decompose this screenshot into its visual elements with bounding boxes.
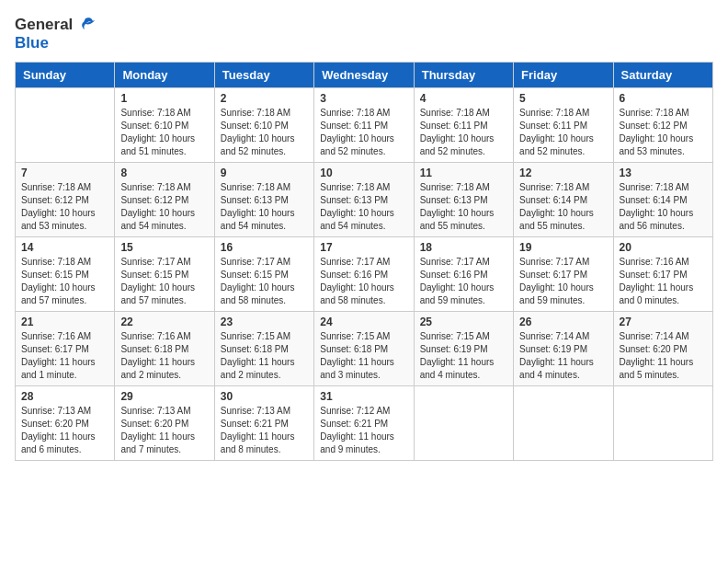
day-info: Sunrise: 7:16 AMSunset: 6:18 PMDaylight:… <box>120 331 195 380</box>
logo: General Blue <box>15 15 95 52</box>
day-number: 20 <box>620 241 707 254</box>
day-number: 26 <box>519 316 607 328</box>
calendar-cell: 26Sunrise: 7:14 AMSunset: 6:19 PMDayligh… <box>514 311 613 385</box>
day-number: 27 <box>620 316 707 328</box>
day-info: Sunrise: 7:18 AMSunset: 6:11 PMDaylight:… <box>320 108 394 156</box>
day-number: 5 <box>519 92 607 105</box>
day-number: 30 <box>221 390 308 403</box>
calendar-cell: 15Sunrise: 7:17 AMSunset: 6:15 PMDayligh… <box>115 236 214 311</box>
day-info: Sunrise: 7:18 AMSunset: 6:11 PMDaylight:… <box>519 108 594 156</box>
logo-blue: Blue <box>15 35 49 52</box>
day-number: 1 <box>120 92 208 105</box>
calendar-cell: 24Sunrise: 7:15 AMSunset: 6:18 PMDayligh… <box>314 311 414 385</box>
day-info: Sunrise: 7:17 AMSunset: 6:17 PMDaylight:… <box>519 257 594 305</box>
calendar-cell: 9Sunrise: 7:18 AMSunset: 6:13 PMDaylight… <box>214 162 313 236</box>
day-number: 17 <box>320 241 407 254</box>
calendar-cell: 2Sunrise: 7:18 AMSunset: 6:10 PMDaylight… <box>214 87 313 162</box>
day-number: 3 <box>320 92 407 105</box>
day-number: 2 <box>221 92 308 105</box>
calendar-cell: 23Sunrise: 7:15 AMSunset: 6:18 PMDayligh… <box>214 311 313 385</box>
weekday-header-wednesday: Wednesday <box>314 62 414 87</box>
day-info: Sunrise: 7:18 AMSunset: 6:12 PMDaylight:… <box>120 182 195 231</box>
day-info: Sunrise: 7:14 AMSunset: 6:20 PMDaylight:… <box>620 331 694 380</box>
logo-container: General Blue <box>15 15 95 52</box>
day-number: 18 <box>420 241 507 254</box>
day-info: Sunrise: 7:16 AMSunset: 6:17 PMDaylight:… <box>620 257 694 305</box>
day-number: 8 <box>120 167 208 179</box>
calendar-cell: 30Sunrise: 7:13 AMSunset: 6:21 PMDayligh… <box>214 385 313 460</box>
day-number: 21 <box>21 316 108 328</box>
weekday-header-monday: Monday <box>115 62 214 87</box>
calendar-cell: 29Sunrise: 7:13 AMSunset: 6:20 PMDayligh… <box>115 385 214 460</box>
logo-general: General <box>15 17 73 34</box>
day-info: Sunrise: 7:18 AMSunset: 6:10 PMDaylight:… <box>120 108 195 156</box>
calendar-cell: 10Sunrise: 7:18 AMSunset: 6:13 PMDayligh… <box>314 162 414 236</box>
calendar-week-row: 1Sunrise: 7:18 AMSunset: 6:10 PMDaylight… <box>16 87 713 162</box>
calendar-cell: 14Sunrise: 7:18 AMSunset: 6:15 PMDayligh… <box>16 236 115 311</box>
calendar-cell: 11Sunrise: 7:18 AMSunset: 6:13 PMDayligh… <box>414 162 513 236</box>
day-info: Sunrise: 7:18 AMSunset: 6:14 PMDaylight:… <box>519 182 594 231</box>
calendar-cell <box>16 87 115 162</box>
calendar-cell: 27Sunrise: 7:14 AMSunset: 6:20 PMDayligh… <box>613 311 712 385</box>
calendar-cell: 17Sunrise: 7:17 AMSunset: 6:16 PMDayligh… <box>314 236 414 311</box>
day-number: 12 <box>519 167 607 179</box>
day-number: 28 <box>21 390 108 403</box>
day-number: 4 <box>420 92 507 105</box>
calendar-cell: 25Sunrise: 7:15 AMSunset: 6:19 PMDayligh… <box>414 311 513 385</box>
day-info: Sunrise: 7:17 AMSunset: 6:15 PMDaylight:… <box>221 257 295 305</box>
calendar-week-row: 21Sunrise: 7:16 AMSunset: 6:17 PMDayligh… <box>16 311 713 385</box>
calendar-cell: 16Sunrise: 7:17 AMSunset: 6:15 PMDayligh… <box>214 236 313 311</box>
day-info: Sunrise: 7:15 AMSunset: 6:18 PMDaylight:… <box>221 331 295 380</box>
page-header: General Blue <box>15 15 713 52</box>
calendar-cell <box>514 385 613 460</box>
day-info: Sunrise: 7:17 AMSunset: 6:15 PMDaylight:… <box>120 257 195 305</box>
weekday-header-sunday: Sunday <box>16 62 115 87</box>
calendar-cell: 21Sunrise: 7:16 AMSunset: 6:17 PMDayligh… <box>16 311 115 385</box>
calendar-cell: 6Sunrise: 7:18 AMSunset: 6:12 PMDaylight… <box>613 87 712 162</box>
day-info: Sunrise: 7:13 AMSunset: 6:21 PMDaylight:… <box>221 406 295 454</box>
day-number: 29 <box>120 390 208 403</box>
day-info: Sunrise: 7:18 AMSunset: 6:13 PMDaylight:… <box>420 182 495 231</box>
day-number: 19 <box>519 241 607 254</box>
weekday-header-tuesday: Tuesday <box>214 62 313 87</box>
calendar-cell: 8Sunrise: 7:18 AMSunset: 6:12 PMDaylight… <box>115 162 214 236</box>
calendar-table: SundayMondayTuesdayWednesdayThursdayFrid… <box>15 62 713 461</box>
calendar-week-row: 7Sunrise: 7:18 AMSunset: 6:12 PMDaylight… <box>16 162 713 236</box>
day-info: Sunrise: 7:13 AMSunset: 6:20 PMDaylight:… <box>120 406 195 454</box>
logo-bird-icon <box>74 15 95 35</box>
day-info: Sunrise: 7:15 AMSunset: 6:18 PMDaylight:… <box>320 331 394 380</box>
day-number: 10 <box>320 167 407 179</box>
weekday-header-saturday: Saturday <box>613 62 712 87</box>
day-info: Sunrise: 7:14 AMSunset: 6:19 PMDaylight:… <box>519 331 594 380</box>
day-info: Sunrise: 7:13 AMSunset: 6:20 PMDaylight:… <box>21 406 96 454</box>
day-number: 23 <box>221 316 308 328</box>
calendar-cell <box>414 385 513 460</box>
calendar-cell: 31Sunrise: 7:12 AMSunset: 6:21 PMDayligh… <box>314 385 414 460</box>
day-number: 13 <box>620 167 707 179</box>
day-info: Sunrise: 7:12 AMSunset: 6:21 PMDaylight:… <box>320 406 394 454</box>
calendar-cell: 19Sunrise: 7:17 AMSunset: 6:17 PMDayligh… <box>514 236 613 311</box>
day-number: 7 <box>21 167 108 179</box>
weekday-header-friday: Friday <box>514 62 613 87</box>
calendar-cell: 20Sunrise: 7:16 AMSunset: 6:17 PMDayligh… <box>613 236 712 311</box>
day-number: 11 <box>420 167 507 179</box>
day-info: Sunrise: 7:18 AMSunset: 6:10 PMDaylight:… <box>221 108 295 156</box>
day-info: Sunrise: 7:15 AMSunset: 6:19 PMDaylight:… <box>420 331 495 380</box>
calendar-cell: 5Sunrise: 7:18 AMSunset: 6:11 PMDaylight… <box>514 87 613 162</box>
day-info: Sunrise: 7:18 AMSunset: 6:15 PMDaylight:… <box>21 257 96 305</box>
calendar-cell: 4Sunrise: 7:18 AMSunset: 6:11 PMDaylight… <box>414 87 513 162</box>
day-info: Sunrise: 7:16 AMSunset: 6:17 PMDaylight:… <box>21 331 96 380</box>
calendar-cell: 7Sunrise: 7:18 AMSunset: 6:12 PMDaylight… <box>16 162 115 236</box>
day-info: Sunrise: 7:18 AMSunset: 6:13 PMDaylight:… <box>221 182 295 231</box>
calendar-cell: 1Sunrise: 7:18 AMSunset: 6:10 PMDaylight… <box>115 87 214 162</box>
calendar-cell: 13Sunrise: 7:18 AMSunset: 6:14 PMDayligh… <box>613 162 712 236</box>
day-info: Sunrise: 7:18 AMSunset: 6:14 PMDaylight:… <box>620 182 694 231</box>
day-number: 14 <box>21 241 108 254</box>
calendar-cell: 18Sunrise: 7:17 AMSunset: 6:16 PMDayligh… <box>414 236 513 311</box>
day-number: 15 <box>120 241 208 254</box>
calendar-cell <box>613 385 712 460</box>
day-info: Sunrise: 7:18 AMSunset: 6:11 PMDaylight:… <box>420 108 495 156</box>
day-info: Sunrise: 7:18 AMSunset: 6:12 PMDaylight:… <box>620 108 694 156</box>
day-info: Sunrise: 7:18 AMSunset: 6:13 PMDaylight:… <box>320 182 394 231</box>
calendar-cell: 12Sunrise: 7:18 AMSunset: 6:14 PMDayligh… <box>514 162 613 236</box>
